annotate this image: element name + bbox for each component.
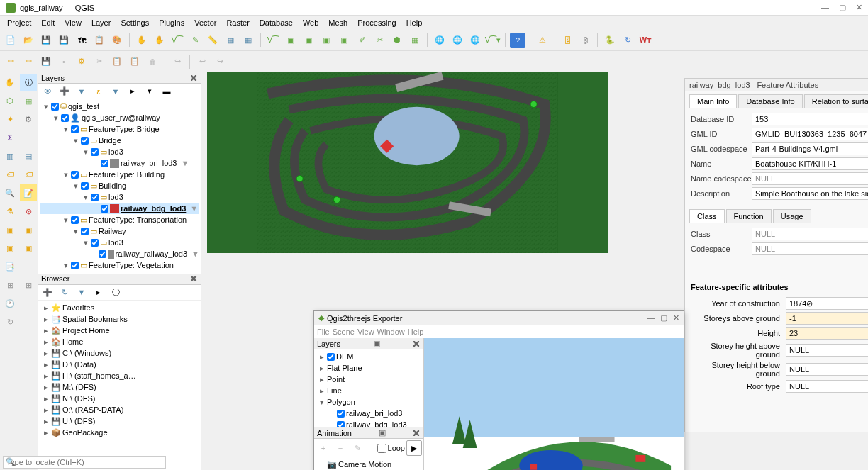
browser-collapse-icon[interactable]: ▸	[91, 284, 106, 300]
tree-row[interactable]: ▾▭SolitaryVegetationObject	[40, 271, 199, 272]
tree-row[interactable]: ▾▭Bridge	[40, 135, 199, 146]
tree-row[interactable]: ▸💾C:\ (Windows)	[40, 347, 199, 359]
threejs-anim-close-icon[interactable]: 🗙	[413, 429, 421, 437]
copy-icon[interactable]: 📋	[109, 54, 125, 69]
style-manager-icon[interactable]: 🎨	[109, 33, 125, 48]
extent-icon[interactable]: ▦	[407, 33, 423, 48]
processing-icon[interactable]: ⚗	[1, 203, 18, 220]
sigma-icon[interactable]: Σ	[1, 129, 18, 146]
maximize-icon[interactable]: ▢	[839, 3, 846, 12]
menu-layer[interactable]: Layer	[87, 17, 116, 28]
select-rect-icon[interactable]: ▣	[283, 33, 299, 48]
save-edits-icon[interactable]: 💾	[38, 54, 54, 69]
tree-row[interactable]: ▾▭lod3	[40, 237, 199, 248]
select-vertex-icon[interactable]: V⁀	[265, 33, 281, 48]
tree-row[interactable]: ▸Flat Plane	[316, 362, 422, 374]
pencil-icon[interactable]: ✏	[21, 54, 36, 69]
play-icon[interactable]: ▶	[406, 440, 422, 456]
menu-plugins[interactable]: Plugins	[155, 17, 189, 28]
tree-row[interactable]: railway_bdg_lod3▼	[40, 203, 199, 214]
tree-row[interactable]: ▸⭐Favorites	[40, 302, 199, 313]
save-icon[interactable]: 💾	[38, 33, 54, 48]
tab-main-info[interactable]: Main Info	[689, 94, 737, 108]
tree-row[interactable]: railway_bri_lod3	[316, 408, 422, 419]
clock-icon[interactable]: 🕐	[1, 295, 18, 312]
print-layout-icon[interactable]: 🗺	[74, 33, 89, 48]
select-poly-icon[interactable]: ▣	[301, 33, 316, 48]
anim-add-icon[interactable]: +	[316, 440, 331, 456]
browser-close-icon[interactable]: 🗙	[190, 274, 198, 283]
pan-selection-icon[interactable]: ✋	[152, 33, 167, 48]
python-icon[interactable]: 🐍	[602, 33, 618, 48]
anim-remove-icon[interactable]: −	[333, 440, 348, 456]
add-raster-icon[interactable]: ▦	[20, 92, 37, 109]
tree-row[interactable]: ▾▭FeatureType: Transportation	[40, 214, 199, 225]
threejs-min-icon[interactable]: —	[647, 313, 655, 323]
tab-database-info[interactable]: Database Info	[738, 94, 803, 108]
menu-processing[interactable]: Processing	[353, 17, 400, 28]
tree-row[interactable]: ▸💾M:\ (DFS)	[40, 381, 199, 393]
menu-vector[interactable]: Vector	[190, 17, 221, 28]
add-vector-icon[interactable]: ⬡	[1, 92, 18, 109]
label2-icon[interactable]: 🏷	[20, 166, 37, 183]
wt-icon[interactable]: Wᴛ	[638, 33, 653, 48]
menu-help[interactable]: Help	[402, 17, 427, 28]
zoom-full-icon[interactable]: 🌐	[432, 33, 447, 48]
tree-row[interactable]: railway_bdg_lod3	[316, 419, 422, 427]
browser-add-icon[interactable]: ➕	[40, 284, 55, 300]
bookmark-icon[interactable]: 📑	[1, 258, 18, 275]
map-canvas[interactable]	[207, 72, 608, 253]
cut-icon[interactable]: ✂	[91, 54, 107, 69]
notes-icon[interactable]: 📝	[20, 184, 37, 201]
ent2-icon[interactable]: ⊞	[20, 276, 37, 293]
filter2-icon[interactable]: ▼	[108, 84, 123, 99]
tree-row[interactable]: ▸💾U:\ (DFS)	[40, 415, 199, 427]
menu-settings[interactable]: Settings	[116, 17, 153, 28]
menu-database[interactable]: Database	[255, 17, 297, 28]
subtab-class[interactable]: Class	[689, 209, 725, 223]
layers-tree[interactable]: ▾⛁qgis_test▾👤qgis_user_rw@railway▾▭Featu…	[38, 99, 201, 272]
threejs-menu-help[interactable]: Help	[408, 328, 424, 336]
paste-icon[interactable]: 📋	[127, 54, 143, 69]
filter-icon[interactable]: ▼	[74, 84, 89, 99]
add-group-icon[interactable]: ➕	[57, 84, 72, 99]
tree-row[interactable]: ▾▭FeatureType: Building	[40, 169, 199, 180]
tree-row[interactable]: ▸💾H:\ (staff_homes_a…	[40, 370, 199, 381]
threejs-menu-file[interactable]: File	[317, 328, 330, 336]
tree-row[interactable]: ▸Point	[316, 374, 422, 385]
style-preset-icon[interactable]: 👁	[40, 84, 55, 99]
identify-features-icon[interactable]: ⓘ	[20, 74, 37, 91]
identify-icon[interactable]: ▦	[240, 33, 256, 48]
tree-row[interactable]: ▸🏠Home	[40, 336, 199, 347]
menu-edit[interactable]: Edit	[37, 17, 59, 28]
threejs-menu-window[interactable]: Window	[377, 328, 405, 336]
chart-icon[interactable]: ▤	[20, 147, 37, 164]
redo-icon[interactable]: ↪	[169, 54, 185, 69]
zoom-tool-icon[interactable]: 🔍	[1, 184, 18, 201]
tree-row[interactable]: ▾▭Railway	[40, 225, 199, 237]
cut-features-icon[interactable]: ✂	[372, 33, 387, 48]
tree-row[interactable]: ▸📦GeoPackage	[40, 427, 199, 438]
close-icon[interactable]: ✕	[856, 3, 862, 12]
modify-icon[interactable]: ✐	[354, 33, 369, 48]
layout-manager-icon[interactable]: 📋	[91, 33, 107, 48]
measure-icon[interactable]: 📏	[205, 33, 221, 48]
tree-row[interactable]: 📷Camera Motion	[316, 459, 422, 470]
measure-area-icon[interactable]: ▦	[223, 33, 238, 48]
tree-row[interactable]: ▾▭FeatureType: Vegetation	[40, 259, 199, 271]
error-icon[interactable]: ⊘	[20, 203, 37, 220]
tree-row[interactable]: railway_bri_lod3▼	[40, 157, 199, 169]
delete-icon[interactable]: 🗑	[145, 54, 160, 69]
tree-row[interactable]: ▸💾N:\ (DFS)	[40, 393, 199, 404]
layer4-icon[interactable]: ▣	[20, 240, 37, 257]
tree-row[interactable]: ▾▭lod3	[40, 191, 199, 203]
layer1-icon[interactable]: ▣	[1, 221, 18, 238]
threejs-menu-view[interactable]: View	[357, 328, 374, 336]
threejs-layers-close-icon[interactable]: 🗙	[413, 340, 421, 348]
layers-close-icon[interactable]: 🗙	[190, 74, 198, 82]
menu-raster[interactable]: Raster	[222, 17, 253, 28]
minimize-icon[interactable]: —	[821, 3, 829, 12]
loop-checkbox[interactable]	[377, 444, 386, 453]
deselect-icon[interactable]: ▣	[336, 33, 352, 48]
ent1-icon[interactable]: ⊞	[1, 276, 18, 293]
